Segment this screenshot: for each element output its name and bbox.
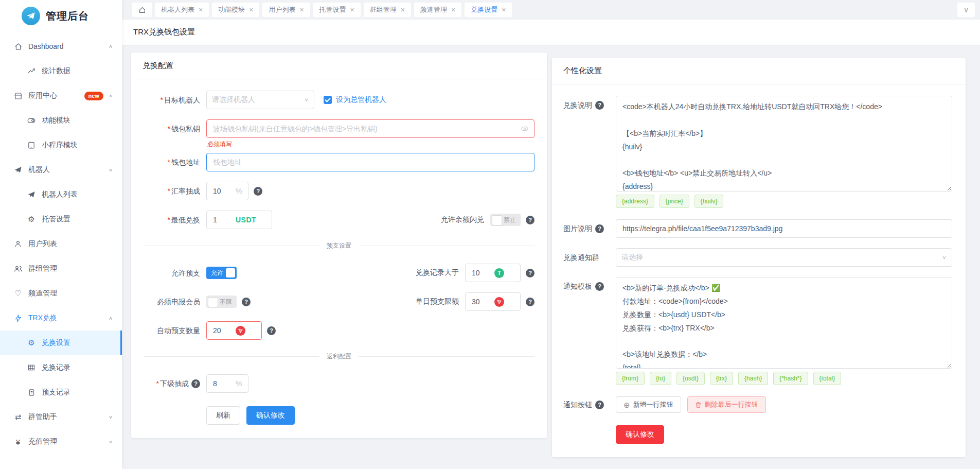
image-desc-input[interactable] [616, 219, 952, 238]
close-icon[interactable]: × [299, 6, 304, 13]
help-icon[interactable]: ? [526, 269, 534, 277]
help-icon[interactable]: ? [191, 379, 200, 388]
field-label: 钱包私钥 [171, 125, 200, 133]
confirm-button[interactable]: 确认修改 [246, 406, 295, 425]
chevron-down-icon: ∨ [109, 414, 113, 420]
sub-cut-input[interactable]: % [206, 374, 248, 393]
tag-usdt[interactable]: {usdt} [676, 372, 705, 385]
sidebar-item-recharge-manage[interactable]: ¥ 充值管理 ∨ [0, 429, 122, 454]
field-label: 单日预支限额 [360, 297, 465, 306]
allow-advance-toggle[interactable]: 允许 [206, 267, 237, 279]
flash-swap-toggle[interactable]: 禁止 [490, 214, 521, 226]
new-badge: new [84, 92, 103, 100]
sidebar-item-channel-manage[interactable]: ♡ 频道管理 [0, 281, 122, 306]
sidebar-item-exchange-settings[interactable]: ⚙ 兑换设置 [0, 331, 122, 355]
rate-cut-row: *汇率抽成 % ? [144, 182, 534, 200]
help-icon[interactable]: ? [267, 326, 276, 335]
toggle-icon [27, 116, 36, 125]
delete-row-button[interactable]: 删除最后一行按钮 [687, 396, 766, 413]
add-row-button[interactable]: ⊕ 新增一行按钮 [616, 396, 681, 413]
tab-user-list[interactable]: 用户列表× [262, 3, 310, 17]
app-title: 管理后台 [46, 9, 89, 23]
min-exchange-row: *最低兑换 USDT 允许余额闪兑 禁止 ? [144, 211, 534, 229]
sidebar-item-exchange-records[interactable]: 兑换记录 [0, 355, 122, 380]
field-label: 图片说明 [563, 219, 592, 238]
sidebar-item-feature-module[interactable]: 功能模块 [0, 108, 122, 133]
chevron-up-icon: ∧ [109, 93, 113, 98]
help-icon[interactable]: ? [254, 187, 262, 196]
auto-advance-input[interactable] [206, 321, 262, 340]
tag-to[interactable]: {to} [650, 372, 671, 385]
tab-feature-module[interactable]: 功能模块× [212, 3, 259, 17]
tag-trx[interactable]: {trx} [710, 372, 733, 385]
tab-group-manage[interactable]: 群组管理× [364, 3, 411, 17]
eye-icon[interactable] [521, 125, 529, 133]
sidebar-item-bot-list[interactable]: 机器人列表 [0, 182, 122, 207]
tab-list-dropdown-button[interactable]: ∨ [957, 3, 975, 17]
notify-group-select[interactable]: 请选择 ∨ [616, 248, 952, 267]
wallet-address-row: *钱包地址 [144, 153, 534, 171]
notify-template-textarea[interactable]: <b>新的订单·兑换成功</b> ✅ 付款地址：<code>{from}</co… [616, 277, 952, 369]
tab-channel-manage[interactable]: 频道管理× [414, 3, 461, 17]
help-icon[interactable]: ? [595, 101, 604, 110]
tag-price[interactable]: {price} [660, 195, 689, 208]
checkbox-label[interactable]: 设为总管机器人 [336, 95, 386, 105]
wallet-key-input[interactable] [206, 119, 534, 138]
field-label: 兑换说明 [563, 96, 592, 114]
sidebar-item-user-list[interactable]: 用户列表 [0, 232, 122, 256]
tag-huilv[interactable]: {huilv} [694, 195, 724, 208]
tab-bot-list[interactable]: 机器人列表× [155, 3, 209, 17]
sidebar-item-dashboard[interactable]: Dashboard ∧ [0, 34, 122, 59]
record-gt-input[interactable]: T [465, 264, 521, 282]
help-icon[interactable]: ? [595, 224, 604, 233]
exchange-desc-row: 兑换说明 ? <code>本机器人24小时自动兑换TRX,给地址转USDT就自动… [563, 96, 952, 192]
tag-hash[interactable]: {hash} [738, 372, 768, 385]
field-label: 目标机器人 [164, 96, 200, 104]
tag-address[interactable]: {address} [616, 195, 654, 208]
paper-plane-icon [13, 165, 23, 175]
refresh-button[interactable]: 刷新 [206, 406, 240, 425]
sidebar-item-bots[interactable]: 机器人 ∧ [0, 158, 122, 182]
help-icon[interactable]: ? [595, 282, 604, 291]
target-bot-select[interactable]: 请选择机器人 ∨ [206, 91, 314, 109]
sidebar-item-advance-records[interactable]: 预支记录 [0, 380, 122, 405]
exchange-desc-textarea[interactable]: <code>本机器人24小时自动兑换TRX,给地址转USDT就自动回TRX给您！… [616, 96, 952, 192]
confirm-button-danger[interactable]: 确认修改 [616, 425, 664, 444]
must-member-toggle[interactable]: 不限 [206, 296, 237, 308]
chevron-up-icon: ∧ [109, 44, 113, 49]
master-bot-checkbox[interactable] [324, 96, 332, 104]
tag-hash-md[interactable]: {*hash*} [773, 372, 808, 385]
tab-exchange-settings[interactable]: 兑换设置× [465, 3, 512, 17]
sidebar-item-group-manage[interactable]: 群组管理 [0, 256, 122, 281]
home-icon [13, 42, 23, 51]
close-icon[interactable]: × [401, 6, 405, 13]
sidebar-item-hosting-settings[interactable]: ⚙ 托管设置 [0, 207, 122, 232]
tag-from[interactable]: {from} [616, 372, 645, 385]
circle-plus-icon: ⊕ [623, 401, 630, 409]
close-icon[interactable]: × [199, 6, 203, 13]
help-icon[interactable]: ? [526, 216, 534, 224]
close-icon[interactable]: × [502, 6, 506, 13]
must-member-row: 必须电报会员 不限 ? 单日预支限额 ? [144, 292, 534, 311]
tab-hosting-settings[interactable]: 托管设置× [313, 3, 361, 17]
min-exchange-input[interactable]: USDT [206, 211, 272, 229]
close-icon[interactable]: × [249, 6, 253, 13]
rate-cut-input[interactable]: % [206, 182, 248, 200]
wallet-address-input[interactable] [206, 153, 534, 171]
help-icon[interactable]: ? [526, 298, 534, 306]
help-icon[interactable]: ? [595, 401, 604, 409]
help-icon[interactable]: ? [242, 298, 251, 306]
sidebar-item-group-assistant[interactable]: ⇄ 群管助手 ∨ [0, 405, 122, 429]
shop-icon [13, 91, 23, 100]
gears-icon: ⚙ [27, 215, 36, 224]
sidebar-item-app-center[interactable]: 应用中心 new ∧ [0, 83, 122, 108]
lightning-icon [13, 314, 23, 323]
tag-total[interactable]: {total} [813, 372, 842, 385]
sidebar-item-stats[interactable]: 统计数据 [0, 59, 122, 83]
tab-home[interactable] [132, 3, 152, 17]
daily-limit-input[interactable] [465, 292, 521, 311]
sidebar-item-trx-exchange[interactable]: TRX兑换 ∧ [0, 306, 122, 331]
close-icon[interactable]: × [451, 6, 455, 13]
close-icon[interactable]: × [350, 6, 354, 13]
sidebar-item-miniapp-module[interactable]: 小程序模块 [0, 133, 122, 158]
